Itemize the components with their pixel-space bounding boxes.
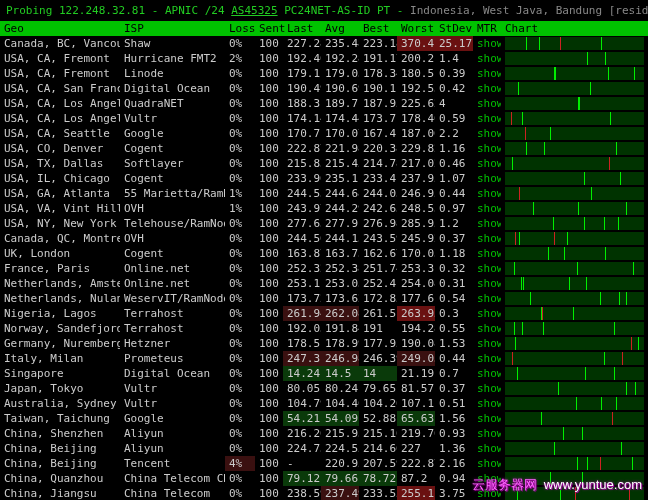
cell-best: 79.65 (359, 381, 397, 396)
probe-asn[interactable]: AS45325 (231, 4, 277, 17)
col-header-last[interactable]: Last (283, 21, 321, 36)
cell-avg: 244.68 (321, 186, 359, 201)
cell-loss: 0% (225, 216, 255, 231)
cell-loss: 2% (225, 51, 255, 66)
cell-last: 14.24 (283, 366, 321, 381)
cell-loss: 0% (225, 426, 255, 441)
cell-avg: 220.95 (321, 456, 359, 471)
cell-worst: 255.11 (397, 486, 435, 500)
cell-stdev: 0.3 (435, 306, 473, 321)
cell-last: 174.14 (283, 111, 321, 126)
cell-loss: 1% (225, 201, 255, 216)
mtr-show-link[interactable]: show (473, 36, 501, 51)
cell-best: 178.34 (359, 66, 397, 81)
cell-sent: 100 (255, 81, 283, 96)
cell-best: 173.7 (359, 111, 397, 126)
col-header-chart[interactable]: Chart (501, 21, 648, 36)
mtr-show-link[interactable]: show (473, 126, 501, 141)
cell-last: 163.87 (283, 246, 321, 261)
cell-last: 261.94 (283, 306, 321, 321)
mtr-show-link[interactable]: show (473, 156, 501, 171)
col-header-sent[interactable]: Sent (255, 21, 283, 36)
cell-avg: 215.93 (321, 426, 359, 441)
mtr-show-link[interactable]: show (473, 426, 501, 441)
cell-worst: 245.92 (397, 231, 435, 246)
mtr-show-link[interactable]: show (473, 351, 501, 366)
cell-loss: 0% (225, 141, 255, 156)
mtr-show-link[interactable]: show (473, 201, 501, 216)
mtr-show-link[interactable]: show (473, 291, 501, 306)
cell-best: 191.17 (359, 51, 397, 66)
mtr-show-link[interactable]: show (473, 246, 501, 261)
cell-loss: 0% (225, 471, 255, 486)
cell-isp: Terrahost (120, 306, 225, 321)
cell-avg: 163.73 (321, 246, 359, 261)
probe-prefix: Probing (6, 4, 52, 17)
mtr-show-link[interactable]: show (473, 66, 501, 81)
cell-geo: UK, London (0, 246, 120, 261)
mtr-show-link[interactable]: show (473, 111, 501, 126)
table-row: USA, GA, Atlanta55 Marietta/RamNode1%100… (0, 186, 648, 201)
mtr-show-link[interactable]: show (473, 396, 501, 411)
cell-chart (501, 426, 648, 441)
cell-sent: 100 (255, 306, 283, 321)
cell-loss: 0% (225, 441, 255, 456)
cell-avg: 174.44 (321, 111, 359, 126)
mtr-show-link[interactable]: show (473, 486, 501, 500)
cell-worst: 229.82 (397, 141, 435, 156)
cell-worst: 222.87 (397, 456, 435, 471)
cell-loss: 0% (225, 36, 255, 51)
mtr-show-link[interactable]: show (473, 456, 501, 471)
cell-isp: China Telecom (120, 486, 225, 500)
cell-best: 167.41 (359, 126, 397, 141)
cell-worst: 246.95 (397, 186, 435, 201)
cell-last: 244.56 (283, 231, 321, 246)
col-header-isp[interactable]: ISP (120, 21, 225, 36)
cell-chart (501, 321, 648, 336)
table-row: China, JiangsuChina Telecom0%100238.5923… (0, 486, 648, 500)
cell-worst: 190.08 (397, 336, 435, 351)
mtr-show-link[interactable]: show (473, 186, 501, 201)
col-header-worst[interactable]: Worst (397, 21, 435, 36)
mtr-show-link[interactable]: show (473, 471, 501, 486)
cell-stdev: 0.55 (435, 321, 473, 336)
col-header-best[interactable]: Best (359, 21, 397, 36)
mtr-show-link[interactable]: show (473, 231, 501, 246)
mtr-show-link[interactable]: show (473, 51, 501, 66)
mtr-show-link[interactable]: show (473, 96, 501, 111)
mtr-show-link[interactable]: show (473, 276, 501, 291)
mtr-show-link[interactable]: show (473, 411, 501, 426)
cell-chart (501, 111, 648, 126)
mtr-show-link[interactable]: show (473, 306, 501, 321)
col-header-loss[interactable]: Loss (225, 21, 255, 36)
mtr-show-link[interactable]: show (473, 216, 501, 231)
mtr-show-link[interactable]: show (473, 81, 501, 96)
cell-last: 188.3 (283, 96, 321, 111)
mtr-show-link[interactable]: show (473, 441, 501, 456)
cell-geo: USA, CA, Fremont (0, 51, 120, 66)
mtr-show-link[interactable]: show (473, 381, 501, 396)
mtr-show-link[interactable]: show (473, 366, 501, 381)
mtr-show-link[interactable]: show (473, 171, 501, 186)
cell-stdev: 0.39 (435, 66, 473, 81)
col-header-stdev[interactable]: StDev (435, 21, 473, 36)
cell-worst: 194.28 (397, 321, 435, 336)
mtr-show-link[interactable]: show (473, 141, 501, 156)
table-row: USA, CA, San FranciscoDigital Ocean0%100… (0, 81, 648, 96)
mtr-show-link[interactable]: show (473, 261, 501, 276)
cell-chart (501, 456, 648, 471)
cell-stdev: 0.44 (435, 351, 473, 366)
col-header-mtr[interactable]: MTR (473, 21, 501, 36)
col-header-geo[interactable]: Geo (0, 21, 120, 36)
cell-best: 214.66 (359, 441, 397, 456)
cell-sent: 100 (255, 396, 283, 411)
cell-worst: 170.03 (397, 246, 435, 261)
cell-loss: 0% (225, 96, 255, 111)
col-header-avg[interactable]: Avg (321, 21, 359, 36)
cell-isp: Aliyun (120, 426, 225, 441)
mtr-show-link[interactable]: show (473, 336, 501, 351)
table-row: Germany, NurembergHetzner0%100178.51178.… (0, 336, 648, 351)
cell-loss: 0% (225, 231, 255, 246)
cell-stdev: 1.2 (435, 216, 473, 231)
mtr-show-link[interactable]: show (473, 321, 501, 336)
